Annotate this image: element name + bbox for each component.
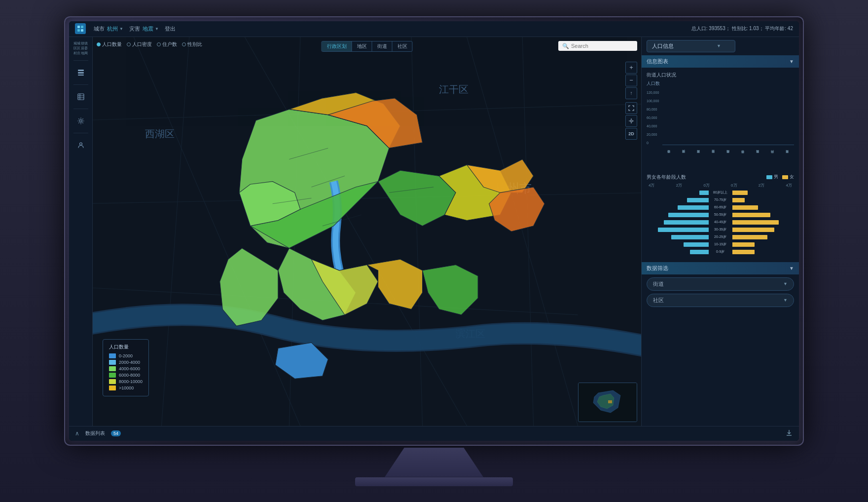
collapse-icon[interactable]: ∧ (75, 430, 79, 437)
pyramid-left-0 (647, 250, 710, 254)
bar-chart-labels: 小营街道 湖滨街道 清波街道 望江街道 (662, 146, 794, 167)
sidebar-user-icon[interactable] (73, 137, 89, 153)
svg-rect-52 (608, 400, 612, 403)
nav-city-value: 杭州 (107, 25, 118, 33)
panel-header: 人口信息 ▼ (642, 37, 799, 55)
street-filter-label: 街道 (653, 280, 664, 288)
pyramid-row-80plus: 80岁以上 (647, 190, 794, 196)
search-input[interactable] (558, 41, 637, 51)
svg-rect-2 (77, 29, 80, 32)
pyramid-right-50 (731, 213, 795, 217)
city-arrow-icon: ▼ (119, 27, 123, 31)
population-chart-subtitle: 人口数 (647, 80, 794, 87)
topbar: 城市 杭州 ▼ 灾害 地震 ▼ 登出 (69, 21, 799, 37)
pyramid-bar-male-50 (668, 213, 709, 217)
pyramid-row-40s: 40-49岁 (647, 219, 794, 226)
pyramid-axis-2l: 2万 (676, 183, 682, 188)
panel-title-dropdown[interactable]: 人口信息 ▼ (647, 40, 735, 52)
pyramid-bar-male-60 (678, 205, 709, 210)
map-radio-group: 人口数量 人口密度 住户数 (97, 41, 202, 48)
map-north[interactable]: ↑ (625, 87, 637, 99)
info-chart-expand-icon: ▼ (789, 59, 794, 64)
sidebar-map-icon[interactable] (73, 89, 89, 105)
sidebar-settings-icon[interactable] (73, 113, 89, 129)
pyramid-bar-female-60 (732, 205, 759, 210)
tab-region[interactable]: 地区 (352, 41, 372, 51)
nav-logout[interactable]: 登出 (165, 25, 176, 33)
nav-disaster[interactable]: 灾害 地震 ▼ (129, 25, 159, 33)
monitor-base (355, 477, 513, 486)
pyramid-row-0s: 0-9岁 (647, 249, 794, 255)
pyramid-row-50s: 50-59岁 (647, 212, 794, 218)
nav-city[interactable]: 城市 杭州 ▼ (94, 25, 123, 33)
stat-sex-ratio: 性别比: 1.03 (732, 26, 759, 31)
community-filter-dropdown[interactable]: 社区 ▼ (647, 294, 794, 307)
svg-rect-5 (78, 72, 84, 74)
pyramid-bar-female-70 (732, 198, 745, 202)
radio-sex-ratio[interactable]: 性别比 (182, 41, 202, 48)
radio-population-count[interactable]: 人口数量 (97, 41, 122, 48)
info-chart-content: 街道人口状况 人口数 120,000 100,000 80,000 60,000… (642, 68, 799, 260)
legend-item-1: 0-2000 (109, 353, 143, 358)
pyramid-left-80 (647, 191, 710, 195)
community-filter-label: 社区 (653, 297, 664, 304)
sidebar-label-6: 地网 (81, 51, 88, 55)
map-controls: + − ↑ (625, 62, 637, 140)
legend-color-2 (109, 360, 116, 365)
bar-xlabel-1: 小营街道 (662, 146, 676, 167)
pyramid-row-20s: 20-29岁 (647, 234, 794, 240)
map-2d-toggle[interactable]: 2D (625, 128, 637, 140)
disaster-arrow-icon: ▼ (155, 27, 159, 31)
street-filter-dropdown[interactable]: 街道 ▼ (647, 277, 794, 291)
panel-dropdown-arrow: ▼ (717, 43, 721, 48)
legend-label-3: 4000-6000 (119, 366, 140, 371)
pyramid-bar-female-30 (732, 228, 774, 232)
tab-street[interactable]: 街道 (372, 41, 393, 51)
info-chart-title: 信息图表 (647, 58, 668, 65)
y-label-120k: 120,000 (647, 91, 659, 94)
pyramid-right-80 (731, 191, 795, 195)
map-location[interactable] (625, 115, 637, 127)
nav-logout-label: 登出 (165, 25, 176, 33)
info-chart-section-header[interactable]: 信息图表 ▼ (642, 55, 799, 68)
svg-rect-0 (77, 26, 80, 28)
pyramid-age-40: 40-49岁 (710, 220, 731, 225)
legend-color-3 (109, 366, 116, 371)
radio-dot-4 (182, 42, 186, 46)
radio-households[interactable]: 住户数 (157, 41, 177, 48)
sidebar-divider-3 (73, 109, 88, 109)
search-wrapper: 🔍 (558, 41, 637, 51)
sidebar-divider-4 (73, 133, 88, 133)
legend-label-2: 2000-4000 (119, 360, 140, 365)
sidebar-label-3: 区区 (73, 46, 80, 50)
pyramid-left-30 (647, 228, 710, 232)
map-zoom-in[interactable]: + (625, 62, 637, 74)
map-zoom-out[interactable]: − (625, 75, 637, 86)
data-filter-section-header[interactable]: 数据筛选 ▼ (642, 262, 799, 274)
pyramid-row-70s: 70-79岁 (647, 197, 794, 203)
sidebar-layers-icon[interactable] (73, 65, 89, 80)
bar-xlabel-3: 清波街道 (692, 146, 706, 167)
pyramid-age-50: 50-59岁 (710, 212, 731, 217)
radio-population-density[interactable]: 人口密度 (127, 41, 152, 48)
nav-disaster-value: 地震 (143, 25, 153, 33)
sidebar-label-4: 居委 (81, 46, 88, 50)
legend-title: 人口数量 (109, 344, 143, 350)
tab-community[interactable]: 社区 (393, 41, 412, 51)
bar-chart-bars (662, 91, 794, 145)
legend-color-1 (109, 353, 116, 358)
radio-label-3: 住户数 (162, 41, 177, 48)
population-chart-title: 街道人口状况 (647, 72, 794, 78)
map-fullscreen[interactable] (625, 102, 637, 114)
tab-administrative[interactable]: 行政区划 (322, 41, 352, 51)
data-filter-expand-icon: ▼ (789, 266, 794, 271)
legend-color-6 (109, 386, 116, 390)
bottom-bar: ∧ 数据列表 54 (69, 426, 799, 441)
street-filter-arrow: ▼ (783, 281, 788, 286)
sidebar-label-5: 村庄 (73, 51, 80, 55)
pyramid-bar-female-40 (732, 220, 779, 225)
pyramid-right-0 (731, 250, 795, 254)
pyramid-axis-4l: 4万 (649, 183, 654, 188)
download-icon[interactable] (785, 429, 793, 438)
svg-rect-3 (81, 29, 83, 32)
